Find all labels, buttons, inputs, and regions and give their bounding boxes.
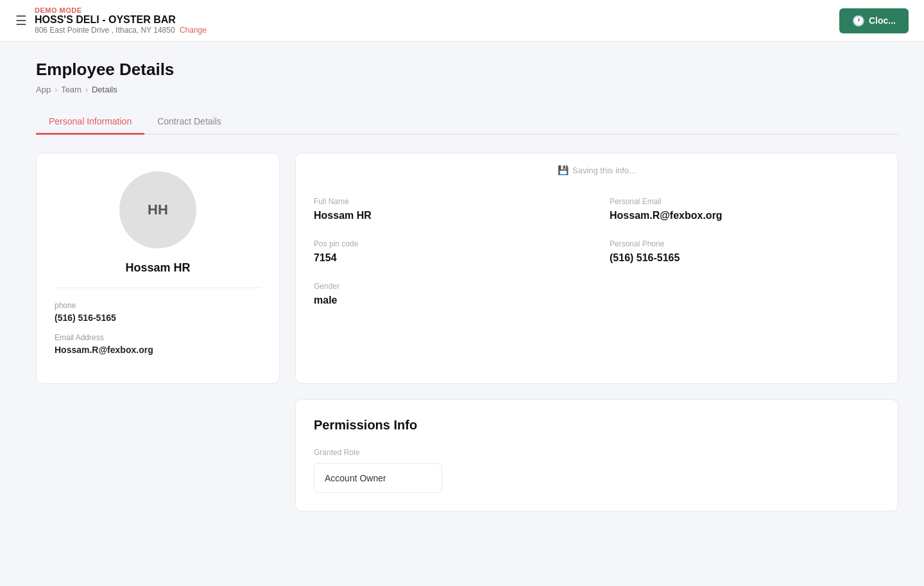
- personal-phone-label: Personal Phone: [610, 239, 880, 248]
- personal-phone-value: (516) 516-5165: [610, 252, 880, 264]
- personal-email-field: Personal Email Hossam.R@fexbox.org: [610, 197, 880, 221]
- granted-role-label: Granted Role: [314, 448, 880, 457]
- role-badge: Account Owner: [314, 463, 442, 493]
- hamburger-icon[interactable]: ☰: [15, 13, 27, 28]
- top-bar-left: ☰ DEMO MODE HOSS'S DELI - OYSTER BAR 806…: [15, 6, 207, 35]
- demo-mode-label: DEMO MODE: [35, 6, 207, 14]
- breadcrumb-details: Details: [92, 85, 117, 94]
- pos-pin-field: Pos pin code 7154: [314, 239, 584, 264]
- info-grid: Full Name Hossam HR Personal Email Hossa…: [314, 197, 880, 306]
- breadcrumb-team[interactable]: Team: [61, 85, 81, 94]
- top-bar: ☰ DEMO MODE HOSS'S DELI - OYSTER BAR 806…: [0, 0, 924, 42]
- full-name-value: Hossam HR: [314, 210, 584, 221]
- saving-overlay: 💾 Saving this info...: [558, 165, 636, 175]
- breadcrumb-app[interactable]: App: [36, 85, 51, 94]
- gender-label: Gender: [314, 282, 584, 291]
- left-spacer: [36, 399, 280, 512]
- full-name-field: Full Name Hossam HR: [314, 197, 584, 221]
- breadcrumb: App › Team › Details: [36, 85, 898, 94]
- gender-value: male: [314, 295, 584, 306]
- breadcrumb-chevron-2: ›: [85, 85, 88, 94]
- company-address: 806 East Pointe Drive , Ithaca, NY 14850…: [35, 26, 207, 35]
- main-content: Employee Details App › Team › Details Pe…: [0, 42, 924, 537]
- phone-value: (516) 516-5165: [55, 313, 261, 323]
- avatar: HH: [119, 171, 196, 248]
- page-title: Employee Details: [36, 60, 898, 80]
- clock-icon: 🕐: [852, 15, 865, 27]
- email-address-label: Email Address: [55, 333, 261, 342]
- change-link[interactable]: Change: [180, 26, 207, 35]
- company-name: HOSS'S DELI - OYSTER BAR: [35, 14, 207, 26]
- permissions-title: Permissions Info: [314, 418, 880, 433]
- main-grid: HH Hossam HR phone (516) 516-5165 Email …: [36, 153, 898, 384]
- contact-section: phone (516) 516-5165 Email Address Hossa…: [55, 301, 261, 365]
- gender-field: Gender male: [314, 282, 584, 306]
- clock-button[interactable]: 🕐 Cloc...: [839, 8, 909, 33]
- tab-personal-information[interactable]: Personal Information: [36, 110, 144, 135]
- personal-phone-field: Personal Phone (516) 516-5165: [610, 239, 880, 264]
- info-card: 💾 Saving this info... Full Name Hossam H…: [295, 153, 898, 384]
- permissions-card: Permissions Info Granted Role Account Ow…: [295, 399, 898, 512]
- tabs-container: Personal Information Contract Details: [36, 110, 898, 135]
- profile-divider: [55, 288, 261, 288]
- tab-contract-details[interactable]: Contract Details: [144, 110, 234, 135]
- company-info: DEMO MODE HOSS'S DELI - OYSTER BAR 806 E…: [35, 6, 207, 35]
- personal-email-label: Personal Email: [610, 197, 880, 206]
- pos-pin-label: Pos pin code: [314, 239, 584, 248]
- personal-email-value: Hossam.R@fexbox.org: [610, 210, 880, 221]
- employee-name: Hossam HR: [125, 261, 190, 275]
- pos-pin-value: 7154: [314, 252, 584, 264]
- breadcrumb-chevron-1: ›: [55, 85, 57, 94]
- saving-icon: 💾: [558, 165, 569, 175]
- second-row: Permissions Info Granted Role Account Ow…: [36, 399, 898, 512]
- email-address-value: Hossam.R@fexbox.org: [55, 345, 261, 355]
- profile-card: HH Hossam HR phone (516) 516-5165 Email …: [36, 153, 280, 384]
- full-name-label: Full Name: [314, 197, 584, 206]
- phone-label: phone: [55, 301, 261, 310]
